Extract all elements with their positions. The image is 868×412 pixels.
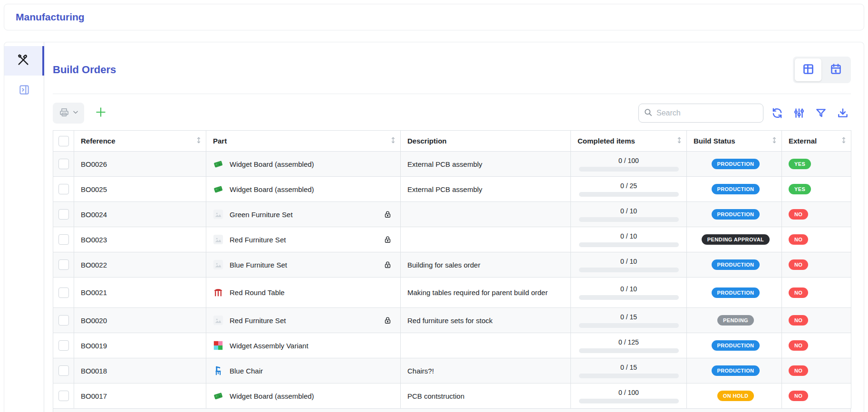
- row-checkbox[interactable]: [58, 391, 69, 401]
- external-badge: NO: [789, 340, 808, 351]
- refresh-button[interactable]: [769, 105, 785, 121]
- completed-value: 0 / 100: [579, 389, 679, 396]
- calendar-view-button[interactable]: [822, 58, 849, 81]
- pcb-thumbnail: [213, 184, 223, 194]
- progress-bar: [579, 399, 679, 403]
- completed-value: 0 / 15: [579, 364, 679, 371]
- panel-right-icon: [18, 84, 30, 98]
- table-row[interactable]: BO0026 Widget Board (assembled) External…: [53, 152, 851, 177]
- status-badge: PRODUCTION: [712, 365, 760, 376]
- row-checkbox[interactable]: [58, 159, 69, 169]
- reference-link[interactable]: BO0026: [81, 160, 107, 168]
- table-row[interactable]: BO0023 Red Furniture Set 0 / 10 PENDING …: [53, 227, 851, 252]
- row-checkbox[interactable]: [58, 259, 69, 270]
- pcb-thumbnail: [213, 391, 223, 401]
- table-view-button[interactable]: [795, 58, 821, 81]
- add-build-order-button[interactable]: [95, 106, 107, 120]
- reference-link[interactable]: BO0024: [81, 211, 107, 219]
- row-checkbox[interactable]: [58, 315, 69, 326]
- row-checkbox[interactable]: [58, 287, 69, 298]
- lock-icon: [384, 236, 392, 244]
- adjustments-button[interactable]: [791, 105, 807, 121]
- completed-value: 0 / 15: [579, 313, 679, 321]
- column-header-part[interactable]: Part: [206, 131, 401, 152]
- sort-icon: [390, 136, 396, 145]
- calendar-view-icon: [829, 63, 842, 77]
- description-text: Chairs?!: [407, 367, 434, 375]
- print-actions-button[interactable]: [53, 103, 84, 124]
- blue-chair-thumbnail: [213, 365, 223, 376]
- lock-icon: [384, 211, 392, 219]
- select-all-checkbox[interactable]: [58, 136, 69, 146]
- column-header-external[interactable]: External: [782, 131, 851, 152]
- external-badge: NO: [789, 259, 808, 270]
- status-badge: PENDING APPROVAL: [702, 234, 770, 245]
- sidebar-item-build-orders[interactable]: [4, 46, 44, 76]
- table-row[interactable]: BO0020 Red Furniture Set Red furniture s…: [53, 308, 851, 333]
- page-title: Manufacturing: [16, 11, 85, 23]
- part-name: Red Furniture Set: [230, 236, 286, 244]
- completed-value: 0 / 10: [579, 232, 679, 240]
- column-header-build-status[interactable]: Build Status: [687, 131, 782, 152]
- placeholder-thumbnail: [213, 234, 223, 245]
- external-badge: YES: [789, 184, 811, 194]
- placeholder-thumbnail: [213, 315, 223, 326]
- table-row[interactable]: BO0024 Green Furniture Set 0 / 10 PRODUC…: [53, 202, 851, 227]
- progress-bar: [579, 268, 679, 272]
- sort-icon: [195, 136, 202, 145]
- table-row[interactable]: BO0021 Red Round Table Making tables req…: [53, 278, 851, 308]
- table-row[interactable]: BO0025 Widget Board (assembled) External…: [53, 177, 851, 202]
- completed-value: 0 / 100: [579, 157, 679, 164]
- filter-button[interactable]: [813, 105, 829, 121]
- table-row[interactable]: BO0022 Blue Furniture Set Building for s…: [53, 252, 851, 278]
- status-badge: PRODUCTION: [712, 340, 760, 351]
- reference-link[interactable]: BO0021: [81, 288, 107, 297]
- row-checkbox[interactable]: [58, 340, 69, 351]
- row-checkbox[interactable]: [58, 184, 69, 194]
- sort-icon: [676, 136, 683, 145]
- external-badge: NO: [789, 209, 808, 220]
- column-header-description[interactable]: Description: [401, 131, 571, 152]
- external-badge: NO: [789, 287, 808, 298]
- table-row[interactable]: BO0018 Blue Chair Chairs?! 0 / 15 PRODUC…: [53, 358, 851, 383]
- table-row[interactable]: BO0017 Widget Board (assembled) PCB cont…: [53, 383, 851, 409]
- column-header-completed[interactable]: Completed items: [571, 131, 687, 152]
- progress-bar: [579, 323, 679, 328]
- reference-link[interactable]: BO0017: [81, 392, 107, 400]
- progress-bar: [579, 374, 679, 378]
- table-row[interactable]: BO0019 Widget Assembly Variant 0 / 125 P…: [53, 333, 851, 358]
- download-button[interactable]: [835, 105, 851, 121]
- build-orders-panel: Build Orders: [4, 42, 864, 412]
- row-checkbox[interactable]: [58, 365, 69, 376]
- description-text: External PCB assembly: [407, 185, 482, 193]
- reference-link[interactable]: BO0025: [81, 185, 107, 193]
- row-checkbox[interactable]: [58, 234, 69, 245]
- column-header-reference[interactable]: Reference: [74, 131, 206, 152]
- reference-link[interactable]: BO0018: [81, 367, 107, 375]
- build-orders-table: Reference Part Description Completed ite…: [53, 130, 851, 409]
- reference-link[interactable]: BO0020: [81, 316, 107, 325]
- reference-link[interactable]: BO0023: [81, 236, 107, 244]
- part-name: Red Furniture Set: [230, 316, 286, 325]
- row-checkbox[interactable]: [58, 209, 69, 220]
- search-input[interactable]: [656, 109, 752, 117]
- tools-icon: [17, 53, 30, 68]
- expand-panel-button[interactable]: [4, 78, 44, 103]
- completed-value: 0 / 10: [579, 258, 679, 265]
- part-name: Widget Board (assembled): [230, 392, 314, 400]
- status-badge: PRODUCTION: [712, 209, 760, 220]
- part-name: Red Round Table: [230, 288, 285, 297]
- part-name: Blue Furniture Set: [230, 261, 287, 269]
- reference-link[interactable]: BO0022: [81, 261, 107, 269]
- sort-icon: [771, 136, 778, 145]
- status-badge: PRODUCTION: [712, 159, 760, 169]
- view-toggle: [793, 57, 851, 83]
- panel-main: Build Orders: [44, 42, 851, 412]
- progress-bar: [579, 217, 679, 222]
- panel-rail: [4, 42, 44, 412]
- external-badge: NO: [789, 234, 808, 245]
- panel-title: Build Orders: [53, 64, 116, 76]
- external-badge: NO: [789, 315, 808, 326]
- reference-link[interactable]: BO0019: [81, 342, 107, 350]
- status-badge: ON HOLD: [717, 391, 754, 401]
